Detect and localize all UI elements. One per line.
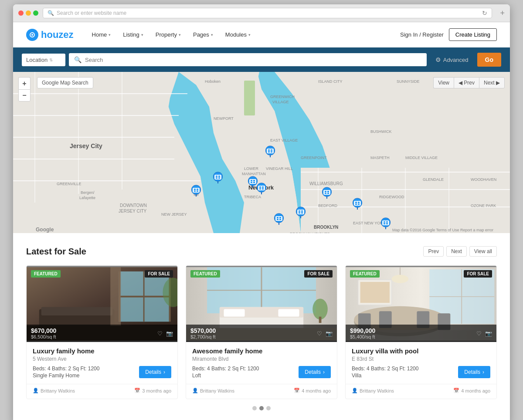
listings-title: Latest for Sale	[26, 247, 86, 257]
details-button[interactable]: Details ›	[139, 366, 171, 378]
view-all-button[interactable]: View all	[469, 246, 497, 257]
new-tab-button[interactable]: +	[500, 9, 505, 18]
listing-name: Luxury villa with pool	[352, 347, 490, 355]
chevron-down-icon: ▾	[141, 33, 143, 37]
heart-icon[interactable]: ♡	[476, 330, 482, 337]
pagination-dots	[26, 399, 497, 415]
maximize-window-button[interactable]	[33, 10, 38, 16]
svg-text:NEWPORT: NEWPORT	[214, 116, 234, 121]
svg-rect-92	[382, 220, 389, 225]
listings-prev-button[interactable]: Prev	[423, 246, 444, 257]
logo-icon	[26, 29, 38, 41]
svg-text:Bergen/: Bergen/	[81, 190, 95, 195]
camera-icon[interactable]: 📷	[166, 330, 173, 337]
listings-next-button[interactable]: Next	[446, 246, 467, 257]
listing-price: $570,000	[190, 327, 216, 334]
svg-rect-76	[271, 151, 272, 152]
badge-featured: FEATURED	[31, 270, 61, 278]
listings-section: Latest for Sale Prev Next View all	[13, 233, 510, 420]
listing-details-row: Beds: 4 Baths: 2 Sq Ft: 1200 Loft Detail…	[192, 366, 331, 379]
svg-rect-79	[301, 210, 303, 212]
svg-text:Jersey City: Jersey City	[70, 142, 102, 149]
nav-home[interactable]: Home ▾	[87, 28, 116, 41]
address-bar[interactable]: 🔍 Search or enter website name ↻	[43, 8, 492, 18]
arrow-right-icon: ›	[482, 369, 484, 375]
svg-text:RIDGEWOOD: RIDGEWOOD	[379, 195, 404, 199]
svg-rect-56	[197, 190, 198, 192]
site-logo[interactable]: houzez	[26, 29, 74, 41]
pagination-dot-2[interactable]	[259, 406, 264, 410]
arrow-right-icon: ›	[323, 369, 325, 375]
nav-listing[interactable]: Listing ▾	[118, 28, 149, 41]
svg-rect-54	[197, 189, 198, 190]
svg-rect-62	[249, 179, 256, 184]
minimize-window-button[interactable]	[26, 10, 31, 16]
svg-rect-97	[275, 216, 282, 221]
svg-text:VILLAGE: VILLAGE	[272, 100, 289, 104]
heart-icon[interactable]: ♡	[317, 330, 322, 337]
signin-link[interactable]: Sign In / Register	[400, 31, 444, 38]
nav-pages[interactable]: Pages ▾	[188, 28, 218, 41]
map-search-label: Google Map Search	[37, 77, 93, 88]
location-select[interactable]: Location ⇅	[22, 54, 65, 66]
search-icon: 🔍	[74, 56, 82, 63]
svg-point-141	[392, 275, 408, 283]
zoom-in-button[interactable]: +	[18, 77, 31, 89]
listing-details-row: Beds: 4 Baths: 2 Sq Ft: 1200 Villa Detai…	[352, 366, 490, 379]
details-button[interactable]: Details ›	[299, 366, 331, 378]
refresh-icon[interactable]: ↻	[482, 10, 487, 17]
pagination-dot-3[interactable]	[266, 406, 271, 410]
browser-chrome: 🔍 Search or enter website name ↻ +	[13, 4, 510, 22]
badge-sale: FOR SALE	[464, 270, 492, 278]
map-view-button[interactable]: View	[433, 77, 454, 88]
nav-actions: Sign In / Register Create Listing	[400, 28, 497, 41]
badge-sale: FOR SALE	[145, 270, 173, 278]
search-input-wrap: 🔍	[69, 53, 427, 66]
svg-text:MANHATTAN: MANHATTAN	[242, 172, 266, 176]
svg-rect-53	[194, 189, 196, 190]
svg-rect-87	[354, 201, 361, 206]
advanced-button[interactable]: ⚙ Advanced	[430, 53, 474, 66]
svg-text:GREENVILLE: GREENVILLE	[57, 182, 82, 186]
search-input[interactable]	[85, 57, 421, 63]
listing-image-wrap: FEATURED FOR SALE $990,000 $5,400/sq ft …	[346, 266, 496, 342]
pagination-dot-1[interactable]	[252, 406, 257, 410]
svg-rect-124	[278, 309, 299, 317]
zoom-out-button[interactable]: −	[18, 89, 31, 102]
svg-rect-73	[268, 149, 270, 151]
svg-text:BUSHWICK: BUSHWICK	[370, 129, 392, 134]
listing-card: FEATURED FOR SALE $990,000 $5,400/sq ft …	[345, 265, 497, 399]
listing-body: Luxury villa with pool E 83rd St Beds: 4…	[346, 342, 496, 384]
gear-icon: ⚙	[435, 56, 441, 63]
svg-text:EAST NEW YORK: EAST NEW YORK	[353, 221, 386, 225]
close-window-button[interactable]	[18, 10, 24, 16]
go-button[interactable]: Go	[477, 53, 501, 67]
camera-icon[interactable]: 📷	[326, 330, 333, 337]
svg-text:BEDFORD: BEDFORD	[318, 203, 338, 208]
nav-modules[interactable]: Modules ▾	[220, 28, 256, 41]
svg-text:Hoboken: Hoboken	[205, 79, 221, 84]
nav-property[interactable]: Property ▾	[150, 28, 186, 41]
listing-meta: 👤 Brittany Watkins 📅 4 months ago	[186, 384, 337, 399]
create-listing-button[interactable]: Create Listing	[449, 28, 497, 41]
map-next-button[interactable]: Next ▶	[479, 77, 505, 88]
map-svg: Jersey City DOWNTOWN JERSEY CITY New Yor…	[13, 72, 510, 233]
svg-text:VINEGAR HILL: VINEGAR HILL	[266, 166, 293, 171]
svg-rect-99	[279, 217, 281, 218]
svg-text:MIDDLE VILLAGE: MIDDLE VILLAGE	[405, 156, 438, 160]
svg-rect-95	[384, 223, 385, 224]
details-button[interactable]: Details ›	[458, 366, 490, 378]
map-prev-button[interactable]: ◀ Prev	[454, 77, 479, 88]
listing-price: $990,000	[350, 327, 375, 334]
listing-price-bar: $670,000 $6,500/sq ft ♡ 📷	[27, 325, 177, 342]
camera-icon[interactable]: 📷	[485, 330, 492, 337]
listing-action-icons: ♡ 📷	[317, 330, 333, 337]
listings-header: Latest for Sale Prev Next View all	[26, 246, 497, 257]
svg-rect-83	[325, 191, 326, 192]
svg-text:JERSEY CITY: JERSEY CITY	[119, 209, 147, 213]
svg-rect-100	[277, 219, 278, 220]
badge-featured: FEATURED	[350, 270, 380, 278]
svg-rect-91	[358, 203, 360, 205]
listing-card: FEATURED FOR SALE $670,000 $6,500/sq ft …	[26, 265, 178, 399]
heart-icon[interactable]: ♡	[157, 330, 163, 337]
